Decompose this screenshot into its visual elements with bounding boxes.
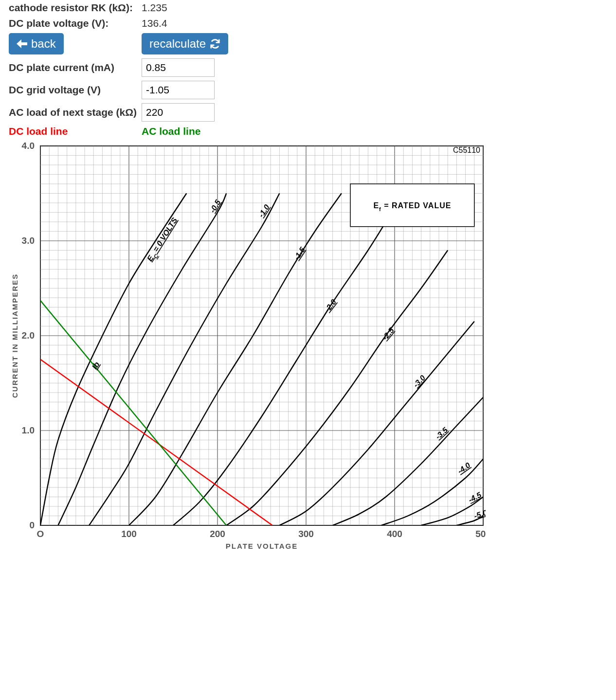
- recalculate-button-label: recalculate: [149, 38, 206, 50]
- dc-grid-voltage-label: DC grid voltage (V): [9, 79, 142, 101]
- svg-text:-1.0: -1.0: [257, 203, 271, 218]
- ac-load-line-label: AC load line: [142, 126, 200, 137]
- dc-plate-current-label: DC plate current (mA): [9, 56, 142, 79]
- svg-text:-4.0: -4.0: [456, 461, 471, 475]
- svg-text:3.0: 3.0: [22, 235, 35, 246]
- cathode-resistor-label: cathode resistor RK (kΩ):: [9, 0, 142, 16]
- svg-text:100: 100: [121, 529, 137, 539]
- svg-text:-0.5: -0.5: [208, 198, 222, 214]
- svg-text:EC = 0 VOLTS: EC = 0 VOLTS: [145, 216, 181, 264]
- dc-plate-voltage-label: DC plate voltage (V):: [9, 16, 142, 31]
- svg-text:2.0: 2.0: [22, 330, 35, 341]
- svg-text:500: 500: [475, 529, 486, 539]
- svg-text:-2.0: -2.0: [323, 298, 338, 313]
- svg-text:200: 200: [210, 529, 225, 539]
- svg-text:4.0: 4.0: [22, 141, 35, 151]
- back-button-label: back: [31, 38, 56, 50]
- plate-characteristics-chart: O10020030040050001.02.03.04.0PLATE VOLTA…: [9, 141, 486, 555]
- svg-line-107: [40, 301, 226, 525]
- svg-text:CURRENT  IN  MILLIAMPERES: CURRENT IN MILLIAMPERES: [11, 273, 19, 398]
- refresh-icon: [210, 38, 220, 49]
- svg-text:O: O: [37, 529, 44, 539]
- svg-text:-4.5: -4.5: [467, 490, 483, 504]
- recalculate-button[interactable]: recalculate: [142, 33, 228, 54]
- svg-line-106: [40, 359, 272, 525]
- ac-load-input[interactable]: [142, 103, 215, 122]
- svg-text:C55110: C55110: [453, 146, 480, 154]
- svg-text:0: 0: [29, 520, 35, 530]
- svg-text:400: 400: [387, 529, 402, 539]
- svg-text:-5.0: -5.0: [473, 508, 486, 521]
- svg-text:Ib: Ib: [91, 360, 101, 371]
- svg-text:-3.5: -3.5: [434, 425, 450, 441]
- dc-plate-voltage-value: 136.4: [142, 16, 233, 31]
- dc-plate-current-input[interactable]: [142, 58, 215, 77]
- ac-load-label: AC load of next stage (kΩ): [9, 101, 142, 124]
- back-button[interactable]: back: [9, 33, 64, 54]
- arrow-left-icon: [17, 39, 27, 49]
- svg-text:PLATE  VOLTAGE: PLATE VOLTAGE: [226, 542, 298, 550]
- cathode-resistor-value: 1.235: [142, 0, 233, 16]
- svg-text:1.0: 1.0: [22, 425, 35, 435]
- dc-grid-voltage-input[interactable]: [142, 81, 215, 99]
- dc-load-line-label: DC load line: [9, 126, 68, 137]
- svg-text:300: 300: [298, 529, 314, 539]
- svg-text:-3.0: -3.0: [412, 374, 427, 389]
